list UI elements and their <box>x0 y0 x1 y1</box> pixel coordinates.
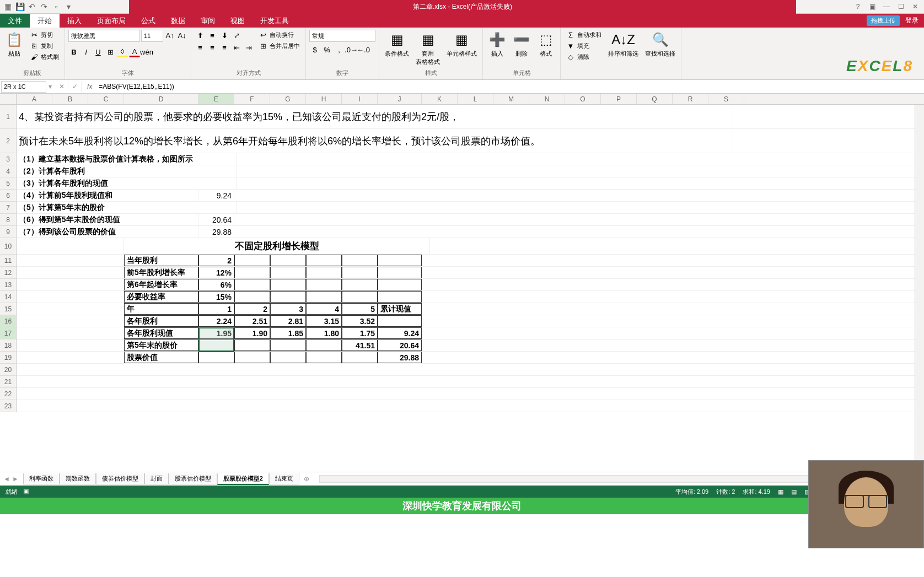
find-select-button[interactable]: 🔍查找和选择 <box>643 30 678 59</box>
tab-insert[interactable]: 插入 <box>60 14 89 28</box>
cell-I15[interactable]: 5 <box>342 303 378 315</box>
cell-E9[interactable]: 29.88 <box>198 226 234 238</box>
number-format-select[interactable] <box>309 30 375 42</box>
cell-D12[interactable]: 前5年股利增长率 <box>124 267 198 278</box>
macro-record-icon[interactable]: ▣ <box>23 488 29 496</box>
col-header-D[interactable]: D <box>124 94 198 104</box>
col-header-G[interactable]: G <box>270 94 306 104</box>
row-header-15[interactable]: 15 <box>0 303 16 315</box>
phonetic-button[interactable]: wén <box>141 46 152 57</box>
cut-button[interactable]: ✂剪切 <box>28 30 61 40</box>
col-header-A[interactable]: A <box>17 94 52 104</box>
view-normal-icon[interactable]: ▦ <box>778 488 783 495</box>
currency-icon[interactable]: $ <box>309 44 320 55</box>
tab-file[interactable]: 文件 <box>0 14 30 28</box>
format-cells-button[interactable]: ⬚格式 <box>535 30 557 59</box>
col-header-R[interactable]: R <box>673 94 708 104</box>
qat-more-icon[interactable]: ▾ <box>63 1 74 12</box>
sheet-tab-4[interactable]: 股票估价模型 <box>169 473 217 484</box>
row-header-18[interactable]: 18 <box>0 339 16 352</box>
close-icon[interactable]: ✕ <box>909 1 922 12</box>
cell-A7[interactable]: （5）计算第5年末的股价 <box>17 202 237 213</box>
conditional-format-button[interactable]: ▦条件格式 <box>383 30 411 59</box>
decrease-font-icon[interactable]: A↓ <box>176 30 187 41</box>
cell-E17[interactable]: 1.95 <box>198 327 234 339</box>
row-header-14[interactable]: 14 <box>0 291 16 303</box>
col-header-E[interactable]: E <box>198 94 234 104</box>
tab-page-layout[interactable]: 页面布局 <box>89 14 133 28</box>
align-left-icon[interactable]: ≡ <box>195 42 206 53</box>
cell-H15[interactable]: 4 <box>306 303 342 315</box>
comma-icon[interactable]: , <box>334 44 345 55</box>
col-header-K[interactable]: K <box>422 94 458 104</box>
ribbon-options-icon[interactable]: ▣ <box>866 1 879 12</box>
align-bottom-icon[interactable]: ⬇ <box>219 30 230 41</box>
cell-D18[interactable]: 第5年末的股价 <box>124 339 198 351</box>
row-header-21[interactable]: 21 <box>0 376 16 388</box>
cell-D17[interactable]: 各年股利现值 <box>124 327 198 339</box>
insert-cells-button[interactable]: ➕插入 <box>486 30 508 59</box>
col-header-H[interactable]: H <box>306 94 342 104</box>
tab-view[interactable]: 视图 <box>223 14 253 28</box>
sheet-tab-1[interactable]: 期数函数 <box>60 473 96 484</box>
format-painter-button[interactable]: 🖌格式刷 <box>28 52 61 62</box>
col-header-O[interactable]: O <box>565 94 601 104</box>
cell-D11[interactable]: 当年股利 <box>124 255 198 266</box>
indent-right-icon[interactable]: ⇥ <box>243 42 254 53</box>
col-header-S[interactable]: S <box>708 94 744 104</box>
cell-E12[interactable]: 12% <box>198 267 234 278</box>
cell-G16[interactable]: 2.81 <box>270 315 306 327</box>
cell-E15[interactable]: 1 <box>198 303 234 315</box>
sheet-tab-6[interactable]: 结束页 <box>269 473 299 484</box>
select-all-corner[interactable] <box>0 94 17 104</box>
cell-F16[interactable]: 2.51 <box>234 315 270 327</box>
tab-formulas[interactable]: 公式 <box>133 14 163 28</box>
italic-button[interactable]: I <box>80 46 92 57</box>
cell-A3[interactable]: （1）建立基本数据与股票价值计算表格，如图所示 <box>17 153 237 165</box>
cell-H17[interactable]: 1.80 <box>306 327 342 339</box>
increase-font-icon[interactable]: A↑ <box>164 30 175 41</box>
row-header-1[interactable]: 1 <box>0 105 16 129</box>
merge-button[interactable]: ⊞合并后居中 <box>256 41 302 51</box>
percent-icon[interactable]: % <box>321 44 332 55</box>
row-header-11[interactable]: 11 <box>0 255 16 267</box>
tab-home[interactable]: 开始 <box>30 14 60 28</box>
align-top-icon[interactable]: ⬆ <box>195 30 206 41</box>
cell-J18[interactable]: 20.64 <box>378 339 422 351</box>
fill-button[interactable]: ▼填充 <box>564 41 604 51</box>
cloud-upload-badge[interactable]: 拖拽上传 <box>867 15 900 26</box>
cell-style-button[interactable]: ▦单元格样式 <box>444 30 479 59</box>
col-header-B[interactable]: B <box>52 94 88 104</box>
cell-E16[interactable]: 2.24 <box>198 315 234 327</box>
cells-area[interactable]: 4、某投资者持有丙公司的股票，他要求的必要收益率为15%，已知该公司最近支付的股… <box>17 105 924 412</box>
border-button[interactable]: ⊞ <box>105 46 116 57</box>
row-header-20[interactable]: 20 <box>0 364 16 376</box>
col-header-I[interactable]: I <box>342 94 378 104</box>
row-header-12[interactable]: 12 <box>0 267 16 279</box>
row-header-16[interactable]: 16 <box>0 315 16 327</box>
sort-filter-button[interactable]: A↓Z排序和筛选 <box>606 30 641 59</box>
sheet-nav-next-icon[interactable]: ► <box>12 475 19 483</box>
vertical-scrollbar[interactable] <box>915 105 924 472</box>
row-header-7[interactable]: 7 <box>0 202 16 214</box>
decrease-decimal-icon[interactable]: ←.0 <box>358 44 369 55</box>
cell-E14[interactable]: 15% <box>198 291 234 303</box>
name-box[interactable] <box>1 81 46 93</box>
row-header-2[interactable]: 2 <box>0 129 16 153</box>
cell-D14[interactable]: 必要收益率 <box>124 291 198 303</box>
increase-decimal-icon[interactable]: .0→ <box>346 44 357 55</box>
sheet-tab-2[interactable]: 债券估价模型 <box>96 473 144 484</box>
excel-icon[interactable]: ▦ <box>2 1 13 12</box>
fx-icon[interactable]: fx <box>84 83 95 90</box>
bold-button[interactable]: B <box>68 46 79 57</box>
cell-D13[interactable]: 第6年起增长率 <box>124 279 198 290</box>
tab-developer[interactable]: 开发工具 <box>253 14 297 28</box>
cell-A1[interactable]: 4、某投资者持有丙公司的股票，他要求的必要收益率为15%，已知该公司最近支付的股… <box>17 105 733 128</box>
align-right-icon[interactable]: ≡ <box>219 42 230 53</box>
indent-left-icon[interactable]: ⇤ <box>231 42 242 53</box>
new-icon[interactable]: ▫ <box>51 1 62 12</box>
col-header-P[interactable]: P <box>601 94 637 104</box>
col-header-C[interactable]: C <box>88 94 124 104</box>
tab-review[interactable]: 审阅 <box>193 14 223 28</box>
orientation-icon[interactable]: ⤢ <box>231 30 242 41</box>
